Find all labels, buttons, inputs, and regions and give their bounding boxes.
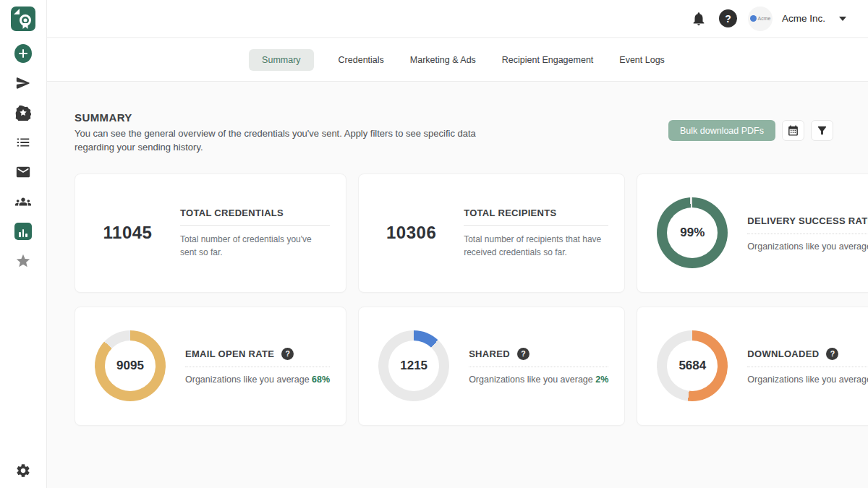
star-icon[interactable] (14, 252, 32, 270)
tab-bar: Summary Credentials Marketing & Ads Reci… (47, 38, 868, 82)
card-delivery-success-rate: 99% DELIVERY SUCCESS RATE ? Organization… (637, 174, 868, 293)
benchmark-line: Organizations like you average 18% (747, 374, 868, 385)
badge-icon[interactable] (14, 104, 32, 121)
page-title: SUMMARY (75, 111, 480, 124)
card-title: DOWNLOADED (747, 348, 819, 359)
main-content: SUMMARY You can see the general overview… (47, 82, 868, 488)
company-name: Acme Inc. (782, 13, 825, 24)
help-tooltip-icon[interactable]: ? (826, 348, 838, 360)
email-open-rate-donut-chart: 9095 (95, 330, 166, 401)
help-tooltip-icon[interactable]: ? (281, 348, 294, 360)
tab-event-logs[interactable]: Event Logs (618, 49, 666, 71)
card-description: Total number of recipients that have rec… (464, 233, 608, 259)
card-title: SHARED (469, 348, 510, 359)
card-total-recipients: 10306 TOTAL RECIPIENTS Total number of r… (358, 174, 625, 293)
filter-button[interactable] (811, 120, 833, 141)
summary-cards: 11045 TOTAL CREDENTIALS Total number of … (75, 174, 833, 426)
mail-icon[interactable] (14, 163, 32, 181)
benchmark-line: Organizations like you average 92% (747, 241, 868, 252)
add-credential-button[interactable] (14, 45, 32, 62)
card-title: TOTAL RECIPIENTS (464, 207, 556, 218)
notifications-bell-icon[interactable] (689, 9, 708, 28)
help-tooltip-icon[interactable]: ? (517, 348, 529, 360)
donut-center-value: 9095 (116, 359, 144, 373)
account-dropdown-caret[interactable] (839, 17, 846, 21)
page-description: You can see the general overview of the … (75, 127, 480, 155)
bulk-download-pdfs-button[interactable]: Bulk download PDFs (668, 120, 775, 141)
benchmark-value: 68% (312, 374, 330, 385)
sidebar-nav (14, 45, 32, 270)
bar-chart-icon (14, 223, 32, 240)
card-title: EMAIL OPEN RATE (185, 348, 274, 359)
topbar: ? Acme Acme Inc. (47, 0, 868, 38)
send-icon[interactable] (14, 74, 32, 92)
downloaded-donut-chart: 5684 (657, 330, 728, 401)
card-description: Total number of credentials you've sent … (180, 233, 330, 259)
card-total-credentials: 11045 TOTAL CREDENTIALS Total number of … (75, 174, 346, 293)
app-root: ? Acme Acme Inc. Summary Credentials Mar… (0, 0, 868, 488)
benchmark-line: Organizations like you average 2% (469, 374, 608, 385)
summary-header: SUMMARY You can see the general overview… (75, 111, 480, 155)
delivery-success-donut-chart: 99% (657, 197, 728, 268)
toolbar: Bulk download PDFs (668, 120, 833, 141)
tab-recipient-engagement[interactable]: Recipient Engagement (501, 49, 595, 71)
plus-icon (14, 44, 32, 63)
total-recipients-value: 10306 (386, 223, 436, 243)
card-title: DELIVERY SUCCESS RATE (747, 215, 868, 226)
org-avatar[interactable]: Acme (748, 7, 773, 31)
card-shared: 1215 SHARED ? Organizations like you ave… (358, 307, 625, 426)
groups-icon[interactable] (14, 193, 32, 210)
list-icon[interactable] (14, 134, 32, 151)
total-credentials-value: 11045 (103, 223, 153, 243)
settings-gear-icon[interactable] (14, 462, 32, 479)
tab-summary[interactable]: Summary (249, 49, 313, 71)
help-icon[interactable]: ? (719, 9, 737, 27)
card-downloaded: 5684 DOWNLOADED ? Organizations like you… (637, 307, 868, 426)
app-logo[interactable] (9, 5, 37, 33)
card-title: TOTAL CREDENTIALS (180, 207, 284, 218)
avatar-logo-text: Acme (758, 16, 771, 21)
tab-marketing-ads[interactable]: Marketing & Ads (409, 49, 477, 71)
benchmark-value: 2% (595, 374, 608, 385)
avatar-logo-dot (750, 15, 757, 22)
donut-center-value: 5684 (678, 359, 706, 373)
tab-credentials[interactable]: Credentials (337, 49, 386, 71)
donut-center-value: 1215 (400, 359, 427, 373)
calendar-filter-button[interactable] (782, 120, 804, 141)
donut-center-value: 99% (680, 226, 705, 240)
card-email-open-rate: 9095 EMAIL OPEN RATE ? Organizations lik… (75, 307, 346, 426)
sidebar-item-analytics-active[interactable] (14, 223, 32, 240)
sidebar (0, 0, 47, 488)
benchmark-line: Organizations like you average 68% (185, 374, 330, 385)
shared-donut-chart: 1215 (378, 330, 449, 401)
